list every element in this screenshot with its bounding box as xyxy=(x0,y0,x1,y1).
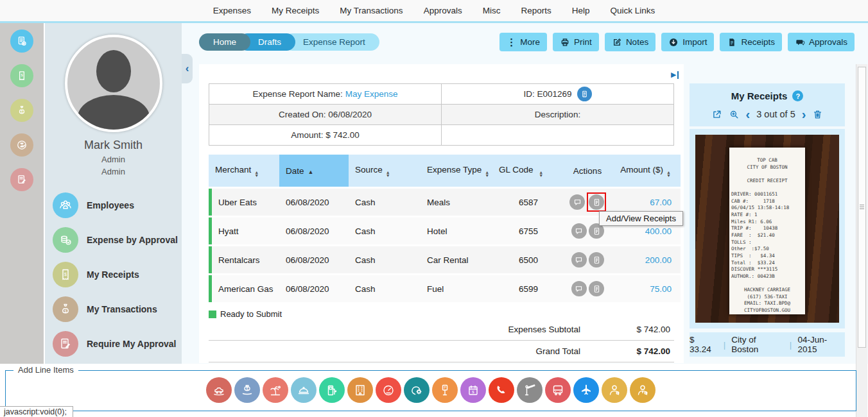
comments-icon[interactable] xyxy=(569,194,585,210)
toll-icon[interactable] xyxy=(517,377,542,403)
delete-receipt-icon[interactable] xyxy=(812,109,823,120)
merchant-link[interactable]: American Gas xyxy=(209,275,279,302)
merchant-link[interactable]: Hyatt xyxy=(209,217,279,244)
open-external-icon[interactable] xyxy=(711,109,722,120)
zoom-in-icon[interactable] xyxy=(729,109,740,120)
scrollbar-thumb[interactable] xyxy=(858,67,866,348)
expense-type-link[interactable]: Car Rental xyxy=(421,246,492,273)
print-button[interactable]: Print xyxy=(553,33,599,51)
expense-lines-table: Merchant▲▼ Date▲ Source▲▼ Expense Type▲▼… xyxy=(209,153,681,304)
sidebar-collapse-chevron-icon[interactable]: ‹ xyxy=(182,54,193,83)
comments-icon[interactable] xyxy=(571,281,587,296)
amount-link[interactable]: 200.00 xyxy=(611,246,681,273)
approvals-button[interactable]: Approvals xyxy=(788,33,855,51)
receipts-toolbar: ‹ 3 out of 5 › xyxy=(690,108,845,121)
parking-icon[interactable]: P xyxy=(432,377,458,403)
payroll-icon[interactable]: $ xyxy=(460,377,486,403)
document-plus-icon[interactable] xyxy=(10,30,33,53)
gl-code-link[interactable]: 6599 xyxy=(492,275,564,302)
hotel-icon[interactable] xyxy=(347,377,373,403)
receipt-caption: $ 33.24 | City of Boston | 04-Jun-2015 xyxy=(690,332,845,357)
breadcrumb-expense-report[interactable]: Expense Report xyxy=(284,33,379,51)
merchant-link[interactable]: Rentalcars xyxy=(209,246,279,273)
source-cell: Cash xyxy=(349,246,421,273)
gl-code-link[interactable]: 6587 xyxy=(492,189,564,216)
nav-help[interactable]: Help xyxy=(572,6,590,15)
import-button[interactable]: Import xyxy=(661,33,714,51)
notes-button[interactable]: Notes xyxy=(605,33,655,51)
sidebar-item-label: Expense by Approval xyxy=(87,235,178,245)
sidebar-item-expense-by-approval[interactable]: Expense by Approval xyxy=(45,223,182,257)
svg-text:$: $ xyxy=(472,390,474,394)
col-header-gl-code[interactable]: GL Code ▲▼ xyxy=(492,155,564,187)
copy-report-icon[interactable] xyxy=(577,87,592,101)
sort-asc-icon: ▲ xyxy=(308,169,314,175)
comments-icon[interactable] xyxy=(571,223,587,239)
expense-type-link[interactable]: Meals xyxy=(421,189,492,216)
mileage-icon[interactable] xyxy=(376,377,401,403)
expense-type-link[interactable]: Fuel xyxy=(421,275,492,302)
contractor-icon[interactable] xyxy=(630,377,655,403)
cash-advance-icon[interactable]: $ xyxy=(234,377,260,403)
date-link[interactable]: 06/08/2020 xyxy=(279,189,349,216)
amount-link[interactable]: 75.00 xyxy=(611,275,681,302)
nav-misc[interactable]: Misc xyxy=(483,6,501,15)
nav-my-receipts[interactable]: My Receipts xyxy=(272,6,319,15)
employee-icon[interactable] xyxy=(602,377,627,403)
col-header-merchant[interactable]: Merchant▲▼ xyxy=(209,155,279,187)
comments-icon[interactable] xyxy=(571,252,587,268)
hourglass-check-icon[interactable] xyxy=(10,133,33,157)
car-rental-icon[interactable] xyxy=(206,377,232,403)
meals-icon[interactable] xyxy=(291,377,317,403)
report-name-link[interactable]: May Expense xyxy=(345,89,398,99)
fuel-icon[interactable] xyxy=(319,377,345,403)
nav-reports[interactable]: Reports xyxy=(521,6,551,15)
vacation-icon[interactable] xyxy=(263,377,288,403)
date-link[interactable]: 06/08/2020 xyxy=(279,217,349,244)
gl-code-link[interactable]: 6500 xyxy=(492,246,564,273)
grand-total-value: $ 742.00 xyxy=(609,346,674,356)
phone-icon[interactable] xyxy=(489,377,514,403)
add-line-items-panel: Add Line Items $ P $ xyxy=(5,370,856,411)
col-header-date[interactable]: Date▲ xyxy=(279,155,349,187)
add-view-receipts-icon[interactable] xyxy=(589,281,604,296)
document-edit-icon[interactable] xyxy=(10,168,33,191)
sidebar-item-my-transactions[interactable]: $ My Transactions xyxy=(45,292,182,327)
date-link[interactable]: 06/08/2020 xyxy=(279,246,349,273)
col-header-source[interactable]: Source▲▼ xyxy=(349,155,421,187)
collapse-panel-icon[interactable]: ▶ xyxy=(671,71,679,79)
add-view-receipts-icon[interactable] xyxy=(589,194,604,210)
money-bag-icon[interactable]: $ xyxy=(10,99,33,122)
col-header-amount[interactable]: Amount ($)▲▼ xyxy=(611,155,681,187)
more-button[interactable]: ⋮More xyxy=(499,33,547,51)
highlight-box xyxy=(587,192,606,212)
training-icon[interactable] xyxy=(404,377,430,403)
receipts-button[interactable]: Receipts xyxy=(720,33,782,51)
date-link[interactable]: 06/08/2020 xyxy=(279,275,349,302)
sort-icon: ▲▼ xyxy=(485,171,489,177)
expense-type-link[interactable]: Hotel xyxy=(421,217,492,244)
nav-expenses[interactable]: Expenses xyxy=(213,6,251,15)
add-view-receipts-icon[interactable] xyxy=(589,252,604,268)
bus-icon[interactable] xyxy=(545,377,571,403)
previous-receipt-icon[interactable]: ‹ xyxy=(746,108,751,121)
sidebar-item-my-receipts[interactable]: $ My Receipts xyxy=(45,257,182,292)
nav-approvals[interactable]: Approvals xyxy=(424,6,462,15)
airfare-icon[interactable] xyxy=(573,377,599,403)
sidebar-item-require-my-approval[interactable]: Require My Approval xyxy=(45,327,182,361)
nav-quick-links[interactable]: Quick Links xyxy=(610,6,655,15)
col-header-expense-type[interactable]: Expense Type▲▼ xyxy=(421,155,492,187)
gl-code-link[interactable]: 6755 xyxy=(492,217,564,244)
vertical-scrollbar[interactable] xyxy=(856,64,867,417)
next-receipt-icon[interactable]: › xyxy=(802,108,806,121)
breadcrumb-home[interactable]: Home xyxy=(199,33,250,51)
sidebar-item-label: My Receipts xyxy=(87,269,139,280)
merchant-link[interactable]: Uber Eats xyxy=(209,189,279,216)
sidebar-item-employees[interactable]: Employees xyxy=(45,188,182,223)
amount-cell: Amount: $ 742.00 xyxy=(209,125,442,146)
receipt-photo[interactable]: TOP CABCITY OF BOSTON CREDIT RECEIPT DRI… xyxy=(695,135,839,323)
nav-my-transactions[interactable]: My Transactions xyxy=(340,6,403,15)
receipt-dollar-icon[interactable]: $ xyxy=(10,64,33,87)
pencil-square-icon xyxy=(612,37,622,47)
help-icon[interactable]: ? xyxy=(792,90,803,101)
